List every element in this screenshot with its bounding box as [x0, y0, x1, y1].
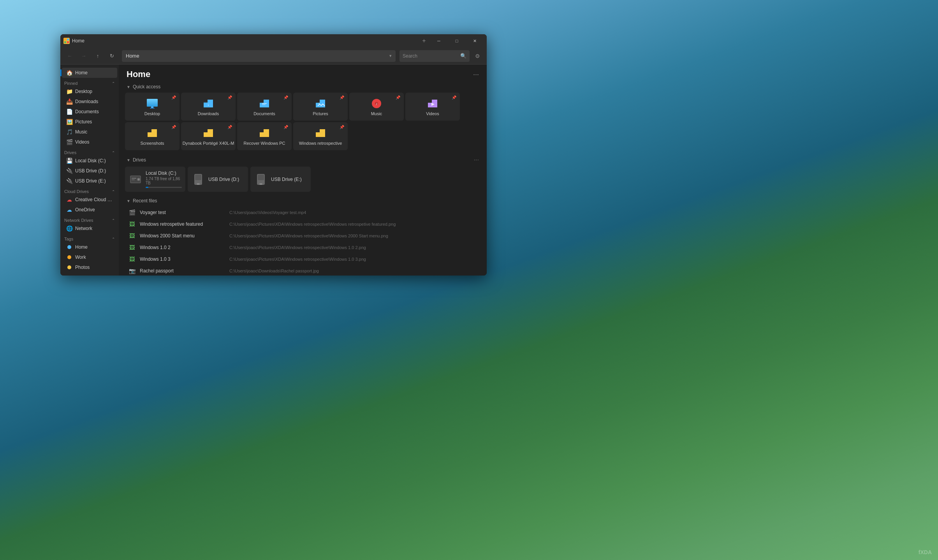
recent-win103-path: C:\Users\joaoc\Pictures\XDA\Windows retr…: [229, 257, 477, 262]
qa-item-videos[interactable]: Videos 📌: [405, 93, 460, 121]
desktop-folder-icon: 📁: [66, 88, 73, 95]
qa-item-windows-retro[interactable]: Windows retrospective 📌: [293, 122, 348, 150]
sidebar-item-tag-home[interactable]: Home: [62, 242, 117, 252]
network-chevron-icon: ⌃: [112, 218, 115, 223]
drives-section-header[interactable]: ▼ Drives ···: [119, 155, 487, 165]
sidebar-item-creative-cloud[interactable]: ☁ Creative Cloud Files: [62, 195, 117, 205]
sidebar-home-label: Home: [75, 70, 113, 75]
search-bar[interactable]: Search 🔍: [399, 50, 470, 62]
qa-pin-icon: 📌: [227, 125, 232, 129]
qa-pin-icon: 📌: [452, 95, 456, 100]
sidebar-item-downloads[interactable]: 📥 Downloads 📌: [62, 97, 117, 107]
sidebar-section-tags[interactable]: Tags ⌃: [60, 233, 119, 242]
drives-section: ▼ Drives ···: [119, 155, 487, 193]
tags-section-label: Tags: [64, 237, 112, 241]
quick-access-title: Quick access: [133, 84, 479, 90]
qa-downloads-label: Downloads: [198, 111, 219, 116]
qa-item-downloads[interactable]: ↓ Downloads 📌: [181, 93, 236, 121]
sidebar-item-documents[interactable]: 📄 Documents 📌: [62, 107, 117, 117]
sidebar-item-usb-d[interactable]: 🔌 USB Drive (D:): [62, 166, 117, 176]
page-header: Home ···: [119, 65, 487, 83]
sidebar-item-local-disk[interactable]: 💾 Local Disk (C:): [62, 156, 117, 166]
recent-item-win103[interactable]: 🖼 Windows 1.0 3 C:\Users\joaoc\Pictures\…: [125, 253, 480, 265]
address-dropdown-icon[interactable]: ▾: [389, 53, 392, 58]
recent-retro-name: Windows retrospetive featured: [140, 221, 225, 227]
sidebar-item-network[interactable]: 🌐 Network: [62, 223, 117, 233]
recent-item-voyager[interactable]: 🎬 Voyager test C:\Users\joaoc\Videos\Voy…: [125, 207, 480, 218]
sidebar-downloads-label: Downloads: [75, 99, 109, 104]
recent-item-rachel[interactable]: 📷 Rachel passport C:\Users\joaoc\Downloa…: [125, 265, 480, 276]
address-bar[interactable]: Home ▾: [122, 50, 396, 62]
quick-access-header[interactable]: ▼ Quick access: [119, 83, 487, 91]
svg-text:♪: ♪: [376, 102, 378, 106]
sidebar-section-network[interactable]: Network Drives ⌃: [60, 215, 119, 223]
recent-voyager-name: Voyager test: [140, 210, 225, 215]
drives-section-chevron-icon: ▼: [127, 158, 130, 162]
page-more-button[interactable]: ···: [473, 70, 479, 79]
pictures-folder-icon: 🖼️: [66, 118, 73, 125]
sidebar-local-disk-label: Local Disk (C:): [75, 158, 113, 163]
page-title: Home: [127, 69, 473, 79]
settings-button[interactable]: ⚙: [471, 50, 484, 62]
recent-files-list: 🎬 Voyager test C:\Users\joaoc\Videos\Voy…: [119, 205, 487, 276]
qa-item-music[interactable]: ♪ Music 📌: [349, 93, 404, 121]
tag-important-icon: [66, 274, 73, 276]
svg-rect-26: [258, 175, 264, 180]
maximize-button[interactable]: □: [448, 34, 466, 47]
recent-files-header[interactable]: ▼ Recent files: [119, 197, 487, 205]
drives-grid: Local Disk (C:) 1,74 TB free of 1,86 TB: [119, 165, 487, 193]
sidebar-section-drives[interactable]: Drives ⌃: [60, 147, 119, 156]
image-file3-icon: 🖼: [128, 244, 136, 251]
qa-item-desktop[interactable]: Desktop 📌: [125, 93, 180, 121]
qa-item-recover-windows[interactable]: Recover Windows PC 📌: [237, 122, 292, 150]
drive-item-e[interactable]: USB Drive (E:): [250, 167, 311, 192]
sidebar-item-onedrive[interactable]: ☁ OneDrive: [62, 205, 117, 215]
drives-section-label: Drives: [64, 150, 112, 155]
refresh-button[interactable]: ↻: [106, 50, 118, 62]
usb-e-icon: 🔌: [66, 177, 73, 184]
up-button[interactable]: ↑: [92, 50, 104, 62]
drive-e-info: USB Drive (E:): [271, 177, 307, 182]
video-file-icon: 🎬: [128, 209, 136, 216]
recent-item-win102[interactable]: 🖼 Windows 1.0 2 C:\Users\joaoc\Pictures\…: [125, 242, 480, 253]
drive-item-c[interactable]: Local Disk (C:) 1,74 TB free of 1,86 TB: [125, 167, 185, 192]
close-button[interactable]: ✕: [466, 34, 484, 47]
sidebar-item-home[interactable]: 🏠 Home: [62, 68, 117, 78]
svg-rect-2: [64, 41, 66, 43]
sidebar-item-tag-work[interactable]: Work: [62, 252, 117, 262]
local-disk-icon: 💾: [66, 157, 73, 164]
sidebar-item-music[interactable]: 🎵 Music 📌: [62, 127, 117, 137]
sidebar-item-videos[interactable]: 🎬 Videos 📌: [62, 137, 117, 147]
qa-recover-label: Recover Windows PC: [244, 141, 285, 146]
recent-item-retro-featured[interactable]: 🖼 Windows retrospetive featured C:\Users…: [125, 218, 480, 230]
forward-button[interactable]: →: [77, 50, 90, 62]
sidebar-item-tag-important[interactable]: Important: [62, 272, 117, 276]
back-button[interactable]: ←: [63, 50, 76, 62]
qa-item-pictures[interactable]: Pictures 📌: [293, 93, 348, 121]
qa-pictures-icon: [314, 97, 327, 110]
sidebar-item-pictures[interactable]: 🖼️ Pictures 📌: [62, 117, 117, 127]
qa-item-dynabook[interactable]: Dynabook Portégé X40L-M 📌: [181, 122, 236, 150]
window-icon: [63, 38, 70, 44]
recent-item-win2000[interactable]: 🖼 Windows 2000 Start menu C:\Users\joaoc…: [125, 230, 480, 242]
sidebar-item-usb-e[interactable]: 🔌 USB Drive (E:): [62, 176, 117, 186]
sidebar-item-desktop[interactable]: 📁 Desktop 📌: [62, 86, 117, 97]
search-icon[interactable]: 🔍: [460, 53, 466, 59]
creative-cloud-icon: ☁: [66, 196, 73, 203]
drive-item-d[interactable]: USB Drive (D:): [188, 167, 248, 192]
documents-folder-icon: 📄: [66, 108, 73, 115]
window-title: Home: [72, 38, 418, 44]
image-file4-icon: 🖼: [128, 255, 136, 263]
svg-rect-7: [150, 108, 155, 109]
new-tab-button[interactable]: +: [418, 34, 430, 47]
drives-more-button[interactable]: ···: [474, 156, 479, 163]
sidebar-item-tag-photos[interactable]: Photos: [62, 262, 117, 272]
title-bar: Home + ─ □ ✕: [60, 34, 487, 47]
sidebar-section-pinned[interactable]: Pinned ⌃: [60, 78, 119, 86]
qa-music-icon: ♪: [370, 97, 383, 110]
qa-item-documents[interactable]: Documents 📌: [237, 93, 292, 121]
sidebar-section-cloud[interactable]: Cloud Drives ⌃: [60, 186, 119, 195]
recent-win2000-name: Windows 2000 Start menu: [140, 233, 225, 239]
minimize-button[interactable]: ─: [430, 34, 448, 47]
qa-item-screenshots[interactable]: Screenshots 📌: [125, 122, 180, 150]
